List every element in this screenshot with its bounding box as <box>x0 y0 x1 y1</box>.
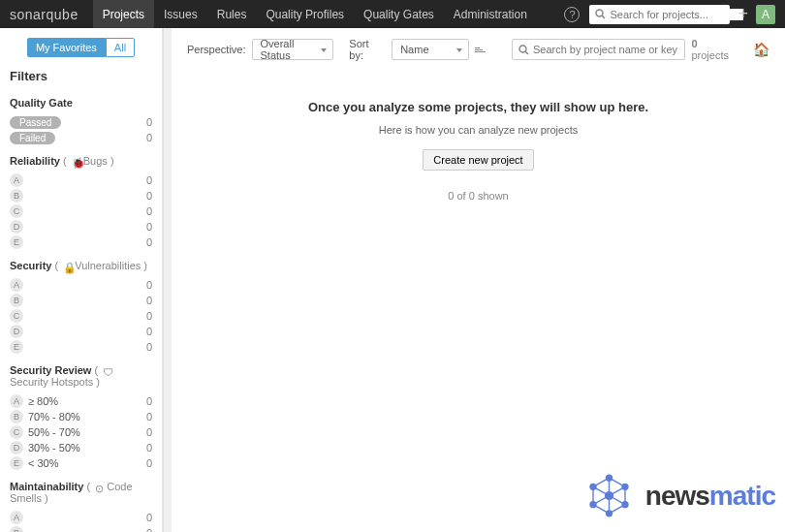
filter-passed[interactable]: Passed 0 <box>10 114 152 130</box>
security-heading: Security ( 🔒Vulnerabilities ) <box>10 260 152 271</box>
nav-quality-profiles[interactable]: Quality Profiles <box>256 0 354 28</box>
rating-count: 0 <box>146 310 152 322</box>
filter-row[interactable]: A≥ 80%0 <box>10 393 152 409</box>
filter-row[interactable]: B70% - 80%0 <box>10 409 152 424</box>
rating-badge: A <box>10 278 23 292</box>
rating-count: 0 <box>146 411 152 422</box>
rating-label: 30% - 50% <box>28 442 80 454</box>
filter-row[interactable]: D30% - 50%0 <box>10 440 152 455</box>
filter-row[interactable]: D0 <box>10 324 152 339</box>
global-search[interactable] <box>589 5 730 24</box>
svg-line-13 <box>609 505 625 514</box>
create-project-button[interactable]: Create new project <box>423 149 533 171</box>
rating-count: 0 <box>146 457 152 469</box>
watermark-text: newsmatic <box>645 481 775 512</box>
help-icon[interactable]: ? <box>564 7 580 22</box>
filter-row[interactable]: E< 30%0 <box>10 455 152 471</box>
add-icon[interactable]: + <box>738 4 748 24</box>
failed-badge: Failed <box>10 132 55 144</box>
svg-line-3 <box>525 51 528 54</box>
nav-projects[interactable]: Projects <box>93 0 154 28</box>
filter-row[interactable]: B0 <box>10 525 152 532</box>
filter-row[interactable]: A0 <box>10 277 152 293</box>
svg-line-11 <box>609 478 625 486</box>
rating-badge: C <box>10 425 23 439</box>
rating-badge: E <box>10 456 23 470</box>
home-icon[interactable]: 🏠 <box>753 42 769 57</box>
nav-administration[interactable]: Administration <box>444 0 537 28</box>
rating-count: 0 <box>146 279 152 291</box>
svg-point-0 <box>596 10 603 16</box>
perspective-label: Perspective: <box>187 44 246 55</box>
rating-badge: D <box>10 441 23 454</box>
rating-badge: D <box>10 325 23 338</box>
sidebar: My Favorites All Filters Quality Gate Pa… <box>0 28 163 532</box>
nav-rules[interactable]: Rules <box>207 0 257 28</box>
rating-count: 0 <box>146 236 152 248</box>
watermark-logo <box>582 469 636 522</box>
rating-count: 0 <box>146 326 152 337</box>
filter-row[interactable]: B0 <box>10 293 152 308</box>
search-icon <box>518 45 529 55</box>
rating-badge: A <box>10 511 23 524</box>
sort-select[interactable]: Name <box>392 39 469 60</box>
rating-count: 0 <box>146 221 152 233</box>
rating-badge: D <box>10 220 23 234</box>
sidebar-scrollbar[interactable] <box>163 28 172 532</box>
rating-count: 0 <box>146 174 152 186</box>
project-search-input[interactable] <box>533 44 679 55</box>
filter-row[interactable]: B0 <box>10 188 152 203</box>
perspective-select[interactable]: Overall Status <box>252 39 334 60</box>
reliability-heading: Reliability ( 🐞Bugs ) <box>10 155 152 167</box>
filter-failed[interactable]: Failed 0 <box>10 130 152 145</box>
filter-row[interactable]: C50% - 70%0 <box>10 424 152 440</box>
rating-badge: C <box>10 204 23 218</box>
shown-count: 0 of 0 shown <box>187 190 769 202</box>
search-icon <box>595 9 606 19</box>
filter-row[interactable]: C0 <box>10 203 152 219</box>
maintainability-heading: Maintainability ( ⊙Code Smells ) <box>10 481 152 504</box>
empty-sub: Here is how you can analyze new projects <box>187 124 769 136</box>
filter-row[interactable]: A0 <box>10 172 152 188</box>
svg-line-1 <box>602 16 605 18</box>
avatar[interactable]: A <box>756 5 775 24</box>
global-search-input[interactable] <box>610 9 743 20</box>
brand-logo[interactable]: sonarqube <box>10 7 78 22</box>
tab-my-favorites[interactable]: My Favorites <box>27 38 106 57</box>
rating-badge: C <box>10 309 23 323</box>
filter-row[interactable]: C0 <box>10 308 152 324</box>
empty-state: Once you analyze some projects, they wil… <box>187 100 769 202</box>
svg-line-14 <box>593 505 610 514</box>
svg-line-22 <box>593 486 610 495</box>
code-smell-icon: ⊙ <box>95 483 105 492</box>
rating-badge: E <box>10 235 23 249</box>
filter-row[interactable]: E0 <box>10 339 152 355</box>
project-search[interactable] <box>512 39 686 60</box>
nav-quality-gates[interactable]: Quality Gates <box>354 0 444 28</box>
top-nav: sonarqube Projects Issues Rules Quality … <box>0 0 785 28</box>
empty-heading: Once you analyze some projects, they wil… <box>187 100 769 114</box>
rating-label: 50% - 70% <box>28 426 80 438</box>
rating-count: 0 <box>146 512 152 523</box>
project-count: 0 projects <box>691 38 738 61</box>
rating-count: 0 <box>146 295 152 306</box>
toolbar: Perspective: Overall Status Sort by: Nam… <box>187 38 769 61</box>
sort-direction-icon[interactable] <box>475 42 490 57</box>
shield-icon: 🛡 <box>103 366 112 376</box>
nav-issues[interactable]: Issues <box>154 0 207 28</box>
svg-point-2 <box>519 46 526 52</box>
filters-heading: Filters <box>10 69 152 83</box>
rating-badge: B <box>10 294 23 307</box>
rating-count: 0 <box>146 426 152 438</box>
filter-row[interactable]: D0 <box>10 219 152 235</box>
rating-label: < 30% <box>28 457 59 469</box>
filter-row[interactable]: A0 <box>10 510 152 525</box>
bug-icon: 🐞 <box>72 157 81 167</box>
lock-icon: 🔒 <box>63 262 73 271</box>
rating-count: 0 <box>146 527 152 532</box>
sort-label: Sort by: <box>349 38 386 61</box>
main-content: Perspective: Overall Status Sort by: Nam… <box>172 28 785 532</box>
watermark: newsmatic <box>582 469 775 522</box>
tab-all[interactable]: All <box>106 38 135 57</box>
filter-row[interactable]: E0 <box>10 235 152 250</box>
